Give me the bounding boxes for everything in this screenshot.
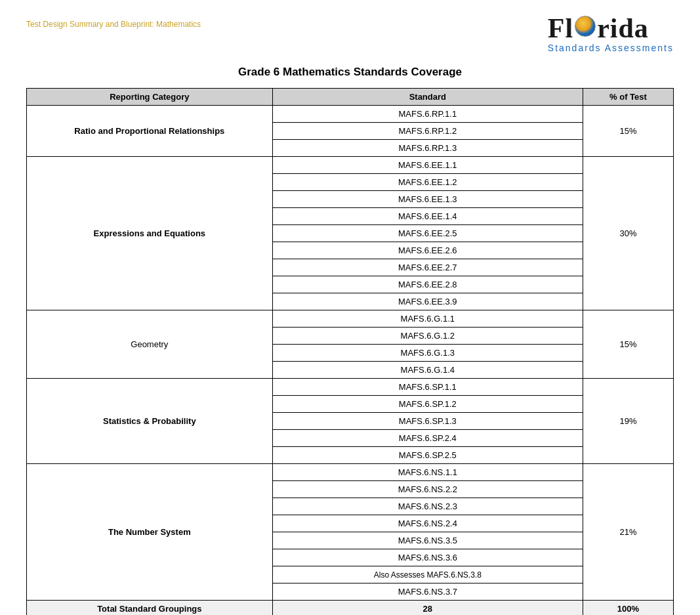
col-header-percent: % of Test: [583, 88, 673, 105]
table-row: Ratio and Proportional RelationshipsMAFS…: [27, 105, 674, 122]
standard-cell: MAFS.6.SP.2.5: [272, 446, 583, 463]
standard-cell: MAFS.6.G.1.4: [272, 361, 583, 378]
standard-cell: MAFS.6.SP.1.1: [272, 378, 583, 395]
table-header-row: Reporting Category Standard % of Test: [27, 88, 674, 105]
col-header-category: Reporting Category: [27, 88, 273, 105]
globe-icon: [575, 16, 596, 37]
logo-subtitle: Standards Assessments: [548, 43, 674, 53]
standard-cell: MAFS.6.RP.1.2: [272, 122, 583, 139]
category-cell-3: Statistics & Probability: [27, 378, 273, 463]
page-header: Test Design Summary and Blueprint: Mathe…: [26, 13, 674, 54]
standard-cell: MAFS.6.NS.1.1: [272, 463, 583, 480]
standard-cell: MAFS.6.G.1.1: [272, 310, 583, 327]
table-row: The Number SystemMAFS.6.NS.1.121%: [27, 463, 674, 480]
standard-cell: MAFS.6.NS.2.3: [272, 498, 583, 515]
standard-cell: MAFS.6.G.1.2: [272, 327, 583, 344]
standard-cell: MAFS.6.EE.2.5: [272, 224, 583, 242]
percent-cell-1: 30%: [583, 156, 673, 310]
page-title: Grade 6 Mathematics Standards Coverage: [26, 66, 674, 79]
standard-cell: MAFS.6.EE.1.4: [272, 207, 583, 224]
percent-cell-4: 21%: [583, 463, 673, 600]
table-row: Statistics & ProbabilityMAFS.6.SP.1.119%: [27, 378, 674, 395]
standard-cell: MAFS.6.EE.1.3: [272, 190, 583, 207]
category-cell-4: The Number System: [27, 463, 273, 600]
standard-cell: MAFS.6.NS.3.6: [272, 549, 583, 566]
standard-cell: MAFS.6.SP.1.3: [272, 412, 583, 429]
standard-cell: MAFS.6.SP.1.2: [272, 395, 583, 412]
category-cell-0: Ratio and Proportional Relationships: [27, 105, 273, 156]
standard-cell: MAFS.6.EE.2.6: [272, 242, 583, 259]
percent-cell-2: 15%: [583, 310, 673, 378]
standard-cell: MAFS.6.NS.3.7: [272, 583, 583, 600]
standards-table: Reporting Category Standard % of Test Ra…: [26, 88, 674, 615]
standard-cell: MAFS.6.NS.2.2: [272, 480, 583, 498]
standard-cell: MAFS.6.EE.1.1: [272, 156, 583, 173]
standard-cell: MAFS.6.G.1.3: [272, 344, 583, 361]
standard-cell: MAFS.6.NS.3.5: [272, 532, 583, 549]
percent-cell-0: 15%: [583, 105, 673, 156]
percent-cell-3: 19%: [583, 378, 673, 463]
standard-cell: MAFS.6.EE.3.9: [272, 293, 583, 310]
table-row: Expressions and EquationsMAFS.6.EE.1.130…: [27, 156, 674, 173]
standard-cell: MAFS.6.RP.1.3: [272, 139, 583, 156]
standard-cell: MAFS.6.EE.2.7: [272, 259, 583, 276]
logo: Flrida Standards Assessments: [548, 13, 674, 54]
standard-cell: Also Assesses MAFS.6.NS.3.8: [272, 566, 583, 583]
standard-cell: MAFS.6.EE.1.2: [272, 173, 583, 190]
standard-cell: MAFS.6.RP.1.1: [272, 105, 583, 122]
table-row: GeometryMAFS.6.G.1.115%: [27, 310, 674, 327]
category-cell-1: Expressions and Equations: [27, 156, 273, 310]
total-row: Total Standard Groupings28100%: [27, 600, 674, 615]
standard-cell: MAFS.6.EE.2.8: [272, 276, 583, 293]
standard-cell: MAFS.6.NS.2.4: [272, 515, 583, 532]
document-title: Test Design Summary and Blueprint: Mathe…: [26, 20, 201, 29]
col-header-standard: Standard: [272, 88, 583, 105]
total-percent: 100%: [583, 600, 673, 615]
standard-cell: MAFS.6.SP.2.4: [272, 429, 583, 446]
total-value: 28: [272, 600, 583, 615]
logo-florida-text: Flrida: [548, 13, 674, 43]
category-cell-2: Geometry: [27, 310, 273, 378]
total-label: Total Standard Groupings: [27, 600, 273, 615]
